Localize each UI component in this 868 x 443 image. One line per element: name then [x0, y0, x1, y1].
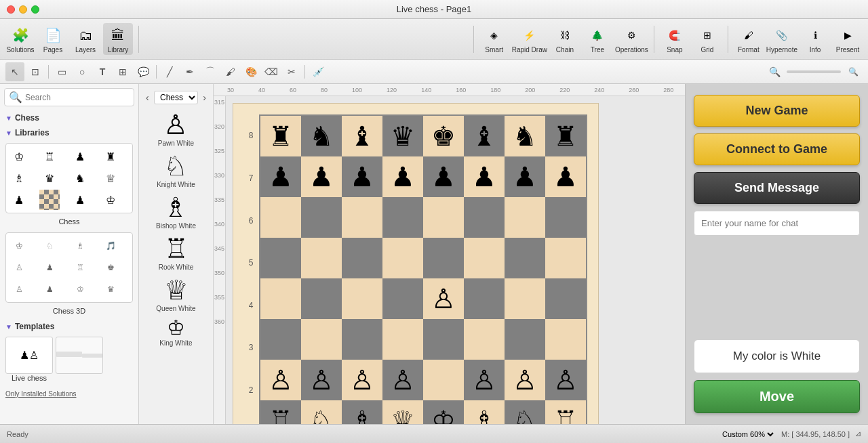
close-button[interactable] — [7, 5, 15, 14]
tool-ellipse[interactable]: ○ — [73, 62, 92, 81]
chess-square[interactable] — [342, 319, 382, 360]
chess-square[interactable] — [423, 319, 464, 360]
chess-square[interactable] — [301, 319, 342, 360]
sidebar-libraries-header[interactable]: ▼ Libraries — [0, 125, 138, 140]
chess-square[interactable]: ♞ — [301, 116, 342, 156]
chess-square[interactable] — [505, 319, 545, 360]
chess-square[interactable]: ♟ — [464, 156, 505, 197]
toolbar-chain[interactable]: ⛓ Chain — [550, 24, 580, 54]
toolbar-tree[interactable]: 🌲 Tree — [583, 24, 612, 54]
send-message-button[interactable]: Send Message — [694, 172, 860, 204]
panel-dropdown[interactable]: Chess — [154, 91, 198, 104]
chess-square[interactable]: ♝ — [464, 116, 505, 156]
toolbar-snap[interactable]: 🧲 Snap — [660, 24, 690, 54]
chess-square[interactable]: ♟ — [505, 156, 545, 197]
chess-square[interactable]: ♜ — [260, 116, 301, 156]
chess-square[interactable]: ♟ — [301, 156, 342, 197]
chess-square[interactable]: ♞ — [505, 116, 545, 156]
canvas-scroll-area[interactable]: 315 320 325 330 335 340 345 350 355 360 — [214, 96, 685, 424]
panel-next-icon[interactable]: › — [203, 92, 206, 103]
library-chess3d-thumb[interactable]: ♔ ♘ ♗ 🎵 ♙ ♟ ♖ ♚ ♙ ♟ ♔ ♛ — [5, 232, 133, 303]
chess-square[interactable] — [545, 238, 586, 278]
chess-square[interactable] — [423, 197, 464, 238]
chess-square[interactable] — [260, 319, 301, 360]
shape-queen-white[interactable]: ♕ Queen White — [156, 276, 195, 312]
chess-square[interactable] — [301, 238, 342, 278]
chess-square[interactable]: ♟ — [260, 156, 301, 197]
chess-square[interactable] — [505, 238, 545, 278]
shape-knight-white[interactable]: ♘ Knight White — [157, 152, 195, 188]
blank-template-thumb[interactable] — [56, 337, 103, 382]
shape-pawn-white[interactable]: ♙ Pawn White — [158, 111, 194, 147]
chess-square[interactable] — [423, 238, 464, 278]
tool-rectangle[interactable]: ▭ — [52, 62, 71, 81]
toolbar-layers[interactable]: 🗂 Layers — [71, 24, 100, 54]
toolbar-solutions[interactable]: 🧩 Solutions — [5, 24, 35, 54]
toolbar-grid[interactable]: ⊞ Grid — [692, 24, 722, 54]
only-installed-solutions[interactable]: Only Installed Solutions — [0, 387, 138, 400]
minimize-button[interactable] — [19, 5, 27, 14]
sidebar-templates-header[interactable]: ▼ Templates — [0, 319, 138, 334]
chess-square[interactable] — [464, 319, 505, 360]
chess-square[interactable] — [545, 278, 586, 319]
chess-square[interactable] — [505, 278, 545, 319]
tool-line[interactable]: ╱ — [160, 62, 179, 81]
tool-pen[interactable]: ✒ — [180, 62, 199, 81]
sidebar-chess-header[interactable]: ▼ Chess — [0, 110, 138, 125]
chess-square[interactable]: ♛ — [382, 116, 423, 156]
chess-square[interactable] — [260, 278, 301, 319]
zoom-out-icon[interactable]: 🔍 — [765, 62, 784, 81]
chess-square[interactable]: ♘ — [505, 400, 545, 424]
chess-square[interactable]: ♙ — [301, 360, 342, 400]
new-game-button[interactable]: New Game — [694, 95, 860, 127]
toolbar-info[interactable]: ℹ Info — [800, 24, 830, 54]
tool-eyedropper[interactable]: 💉 — [309, 62, 328, 81]
chess-square[interactable] — [301, 197, 342, 238]
chess-square[interactable]: ♙ — [382, 360, 423, 400]
tool-callout[interactable]: 💬 — [134, 62, 153, 81]
maximize-button[interactable] — [31, 5, 39, 14]
chess-square[interactable] — [382, 278, 423, 319]
chess-square[interactable]: ♘ — [301, 400, 342, 424]
chess-square[interactable]: ♗ — [464, 400, 505, 424]
chess-square[interactable]: ♙ — [464, 360, 505, 400]
panel-prev-icon[interactable]: ‹ — [146, 92, 149, 103]
toolbar-present[interactable]: ▶ Present — [833, 24, 863, 54]
chess-square[interactable]: ♙ — [505, 360, 545, 400]
chess-square[interactable]: ♖ — [260, 400, 301, 424]
move-button[interactable]: Move — [694, 380, 860, 413]
chess-square[interactable] — [382, 319, 423, 360]
chess-square[interactable]: ♜ — [545, 116, 586, 156]
chess-square[interactable]: ♙ — [545, 360, 586, 400]
chess-board[interactable]: ♜♞♝♛♚♝♞♜♟♟♟♟♟♟♟♟♙♙♙♙♙♙♙♙♖♘♗♕♔♗♘♖ — [259, 114, 587, 424]
chess-square[interactable] — [464, 197, 505, 238]
tool-select[interactable]: ↖ — [5, 62, 24, 81]
chess-square[interactable] — [545, 319, 586, 360]
chess-square[interactable] — [260, 238, 301, 278]
zoom-select[interactable]: Custom 60% — [719, 429, 776, 439]
chess-square[interactable]: ♟ — [342, 156, 382, 197]
toolbar-rapid-draw[interactable]: ⚡ Rapid Draw — [512, 24, 547, 54]
tool-text[interactable]: T — [93, 62, 112, 81]
zoom-slider[interactable] — [787, 70, 841, 73]
shape-rook-white[interactable]: ♖ Rook White — [159, 235, 194, 271]
shape-king-white[interactable]: ♔ King White — [159, 318, 192, 347]
chess-square[interactable] — [464, 238, 505, 278]
toolbar-hypernote[interactable]: 📎 Hypernote — [766, 24, 797, 54]
chess-square[interactable] — [342, 197, 382, 238]
chess-square[interactable]: ♕ — [382, 400, 423, 424]
toolbar-pages[interactable]: 📄 Pages — [38, 24, 68, 54]
search-input[interactable] — [25, 93, 130, 102]
chess-square[interactable]: ♚ — [423, 116, 464, 156]
chess-square[interactable] — [301, 278, 342, 319]
live-chess-template-thumb[interactable]: ♟♙ Live chess — [5, 337, 53, 382]
chess-square[interactable] — [342, 278, 382, 319]
chess-square[interactable]: ♙ — [342, 360, 382, 400]
chess-square[interactable] — [545, 197, 586, 238]
tool-brush[interactable]: 🖌 — [221, 62, 240, 81]
chess-square[interactable]: ♙ — [423, 278, 464, 319]
tool-scissors[interactable]: ✂ — [282, 62, 301, 81]
tool-textarea[interactable]: ⊞ — [113, 62, 132, 81]
toolbar-format[interactable]: 🖌 Format — [734, 24, 764, 54]
connect-game-button[interactable]: Connect to Game — [694, 133, 860, 165]
